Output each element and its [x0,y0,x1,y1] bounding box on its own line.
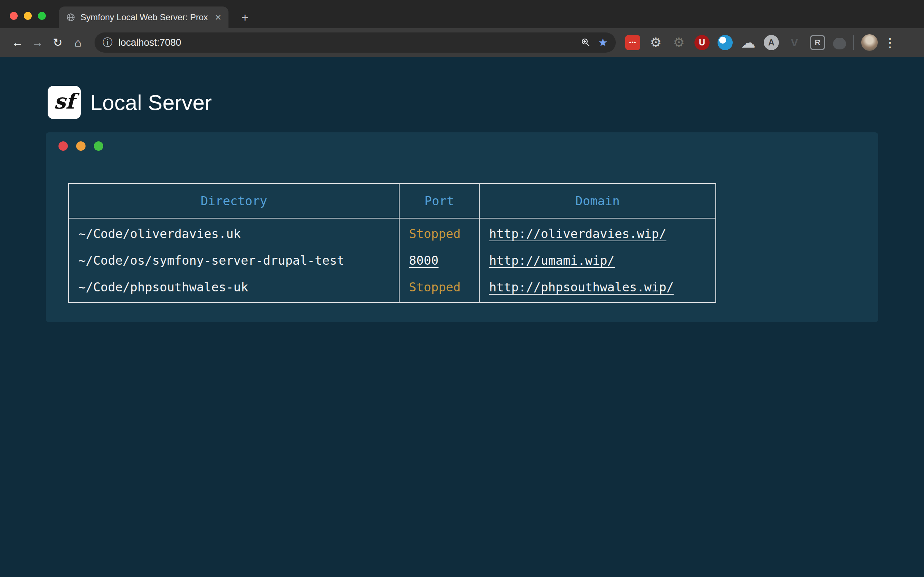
browser-window: Symfony Local Web Server: Prox × + ← → ↻… [0,0,924,577]
domain-link[interactable]: http://phpsouthwales.wip/ [489,280,674,294]
table-row: ~/Code/oliverdavies.uk Stopped http://ol… [69,218,716,247]
extension-password-manager-icon[interactable]: ••• [625,35,640,50]
directory-cell: ~/Code/os/symfony-server-drupal-test [69,247,399,274]
panel-traffic-lights [58,141,103,151]
brand-header: sf Local Server [48,86,212,119]
port-status: Stopped [409,226,460,241]
panel-dot-green-icon [94,141,103,151]
server-panel: Directory Port Domain ~/Code/oliverdavie… [46,132,878,322]
extension-letter-v-icon[interactable]: V [787,35,802,50]
browser-tab[interactable]: Symfony Local Web Server: Prox × [59,6,228,28]
extension-letter-a-icon[interactable]: A [764,35,779,50]
extension-blue-disc-icon[interactable] [717,35,733,50]
back-button[interactable]: ← [7,32,27,53]
tab-close-icon[interactable]: × [215,12,221,23]
window-minimize-button[interactable] [24,12,32,20]
domain-cell: http://phpsouthwales.wip/ [479,274,716,303]
page-content: sf Local Server Directory Port [0,57,924,577]
directory-cell: ~/Code/oliverdavies.uk [69,218,399,247]
browser-menu-button[interactable]: ⋮ [882,35,898,50]
directory-cell: ~/Code/phpsouthwales-uk [69,274,399,303]
domain-link[interactable]: http://umami.wip/ [489,253,615,268]
domain-link[interactable]: http://oliverdavies.wip/ [489,226,666,241]
table-header-row: Directory Port Domain [69,184,716,218]
page-title: Local Server [90,90,212,115]
extensions-toolbar: ••• ⚙ ⚙ U ☁ A V R [625,35,846,50]
symfony-logo: sf [48,86,81,119]
domain-cell: http://umami.wip/ [479,247,716,274]
extension-gear-dark-icon[interactable]: ⚙ [671,35,687,50]
forward-button[interactable]: → [27,32,48,53]
tab-title: Symfony Local Web Server: Prox [81,12,211,23]
port-link[interactable]: 8000 [409,253,439,268]
window-zoom-button[interactable] [38,12,46,20]
symfony-logo-text: sf [54,89,75,114]
browser-toolbar: ← → ↻ ⌂ ⓘ localhost:7080 ★ ••• ⚙ ⚙ U [0,28,924,57]
window-close-button[interactable] [10,12,18,20]
home-button[interactable]: ⌂ [68,32,88,53]
bookmark-star-icon[interactable]: ★ [598,37,608,48]
column-header-port: Port [399,184,479,218]
extension-cloud-icon[interactable]: ☁ [741,35,756,50]
panel-dot-orange-icon [76,141,86,151]
site-info-icon[interactable]: ⓘ [102,37,113,48]
table-row: ~/Code/phpsouthwales-uk Stopped http://p… [69,274,716,303]
extension-framed-r-icon[interactable]: R [810,35,825,50]
zoom-icon[interactable] [581,37,591,48]
reload-button[interactable]: ↻ [48,32,68,53]
extension-ublock-icon[interactable]: U [695,35,709,50]
tab-favicon-globe-icon [66,13,76,22]
address-bar[interactable]: ⓘ localhost:7080 ★ [95,32,616,53]
port-status: Stopped [409,280,460,294]
url-text: localhost:7080 [118,37,181,48]
column-header-domain: Domain [479,184,716,218]
column-header-directory: Directory [69,184,399,218]
servers-table: Directory Port Domain ~/Code/oliverdavie… [68,183,716,303]
port-cell: Stopped [399,218,479,247]
tab-strip: Symfony Local Web Server: Prox × + [0,0,924,28]
profile-avatar[interactable] [861,34,878,51]
panel-dot-red-icon [58,141,68,151]
extension-gear-light-icon[interactable]: ⚙ [648,35,663,50]
extension-octocat-icon[interactable] [833,38,846,49]
table-row: ~/Code/os/symfony-server-drupal-test 800… [69,247,716,274]
port-cell: Stopped [399,274,479,303]
toolbar-divider [853,35,854,50]
port-cell: 8000 [399,247,479,274]
new-tab-button[interactable]: + [237,10,253,25]
domain-cell: http://oliverdavies.wip/ [479,218,716,247]
